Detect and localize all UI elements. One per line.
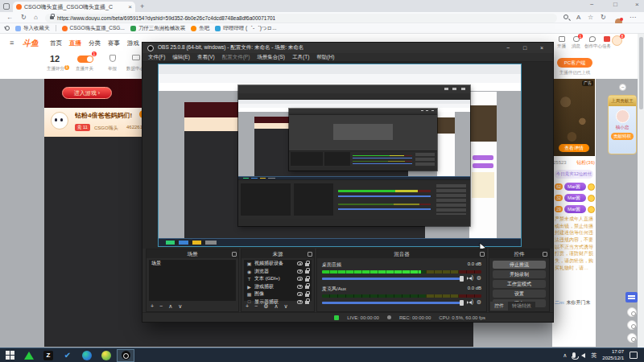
menu-scene-collection[interactable]: 场景集合(S)	[257, 54, 285, 61]
volume-icon[interactable]	[581, 353, 585, 358]
window-maximize-button[interactable]: □	[613, 1, 617, 8]
scene-down-button[interactable]: ∨	[178, 303, 182, 310]
game-ad-image[interactable]: 广告 查看详情	[553, 79, 595, 156]
vip-guests-banner[interactable]: 今日贵宾12位粉丝 >	[555, 170, 593, 179]
obs-minimize-button[interactable]: −	[502, 45, 514, 51]
speaker-icon[interactable]	[467, 275, 473, 282]
chat-settings-button[interactable]	[627, 320, 637, 330]
weekly-rank-card[interactable]: 上周贡献王 柚小恋 贡献特权	[608, 95, 637, 154]
scrollbar-thumb[interactable]	[639, 37, 643, 109]
remove-source-button[interactable]: −	[254, 303, 258, 309]
taskbar-edge[interactable]	[77, 348, 97, 362]
menu-edit[interactable]: 编辑(E)	[172, 54, 190, 61]
fans-tab[interactable]: 钻粉(36)	[576, 159, 595, 167]
source-row[interactable]: ◉ 浏览器	[244, 268, 312, 276]
back-icon[interactable]: ←	[6, 14, 13, 21]
source-row[interactable]: ▣ 视频捕获设备	[244, 260, 312, 268]
zoom-icon[interactable]	[564, 14, 568, 19]
source-properties-gear[interactable]: ⚙	[263, 303, 268, 310]
scene-item[interactable]: 场景	[151, 260, 233, 267]
mixer-dock-title[interactable]: 混音器	[317, 249, 486, 258]
source-down-button[interactable]: ∨	[284, 303, 288, 310]
sources-dock-title[interactable]: 来源	[242, 249, 314, 258]
fan-row[interactable]: 62 Mar酱	[555, 182, 595, 191]
menu-profile[interactable]: 配置文件(P)	[222, 54, 250, 61]
taskbar-obs[interactable]	[116, 348, 135, 362]
tab-search-icon[interactable]	[3, 3, 10, 10]
obs-maximize-button[interactable]: □	[518, 45, 531, 51]
visibility-eye-icon[interactable]	[297, 269, 303, 274]
streamer-avatar[interactable]	[51, 112, 68, 130]
tab-controls[interactable]: 控件	[490, 302, 508, 311]
collapse-rank-button[interactable]: −	[619, 84, 626, 91]
obs-title-bar[interactable]: OBS 25.0.8 (64-bit, windows) - 配置文件: 未命名…	[142, 43, 553, 53]
lock-icon[interactable]	[305, 294, 309, 297]
lock-icon[interactable]	[305, 270, 309, 274]
obs-close-button[interactable]: ×	[535, 45, 548, 51]
favorite-star-icon[interactable]: ☆	[588, 14, 593, 21]
report-shield-icon[interactable]	[109, 55, 116, 62]
lock-icon[interactable]	[305, 263, 309, 266]
window-minimize-button[interactable]: −	[590, 1, 594, 8]
browser-menu-icon[interactable]: ⋯	[630, 14, 636, 21]
menu-help[interactable]: 帮助(H)	[316, 54, 334, 61]
nav-live[interactable]: 直播	[69, 39, 81, 47]
bookmark-import[interactable]: 导入收藏夹	[15, 25, 50, 32]
refresh-icon[interactable]: ↻	[21, 14, 27, 21]
volume-slider[interactable]	[322, 302, 464, 304]
tab-transitions[interactable]: 转场特效	[508, 302, 535, 311]
menu-tools[interactable]: 工具(T)	[292, 54, 309, 61]
hamburger-icon[interactable]: ≡	[10, 39, 14, 47]
nav-home[interactable]: 首页	[50, 39, 62, 47]
lock-icon[interactable]	[305, 286, 309, 289]
douyu-logo[interactable]: 斗鱼	[23, 38, 39, 49]
scene-up-button[interactable]: ∧	[168, 303, 172, 310]
source-row[interactable]: T 文本 (GDI+)	[244, 275, 312, 283]
scenes-list[interactable]: 场景	[149, 260, 236, 301]
nav-games[interactable]: 游戏	[127, 39, 139, 47]
collections-icon[interactable]: ↻	[601, 14, 606, 21]
sidebar-icon[interactable]	[5, 26, 10, 31]
fan-row[interactable]: 32 Mar酱	[555, 193, 595, 203]
dock-popout-icon[interactable]	[480, 252, 485, 257]
lock-icon[interactable]	[305, 278, 309, 282]
chat-count[interactable]: 25523	[553, 160, 567, 165]
window-close-button[interactable]: ×	[635, 1, 639, 8]
dock-popout-icon[interactable]	[232, 252, 237, 257]
volume-slider[interactable]	[322, 278, 464, 280]
visibility-eye-icon[interactable]	[297, 261, 303, 265]
live-switch-toggle[interactable]	[77, 56, 93, 63]
settings-button[interactable]: 设置	[493, 290, 546, 298]
source-row[interactable]: ▶ 游戏捕获	[244, 283, 312, 291]
taskbar-app-z[interactable]: Z	[39, 348, 58, 362]
visibility-eye-icon[interactable]	[297, 277, 303, 281]
ad-detail-button[interactable]: 查看详情	[559, 144, 589, 152]
visibility-eye-icon[interactable]	[297, 292, 303, 296]
sources-list[interactable]: ▣ 视频捕获设备 ◉ 浏览器 T 文本 (GDI+)	[244, 260, 312, 301]
speaker-icon[interactable]	[467, 299, 473, 306]
scenes-dock-title[interactable]: 场景	[147, 249, 238, 258]
taskbar-app-check[interactable]: ✔	[58, 348, 77, 362]
chat-history-button[interactable]	[627, 307, 637, 317]
go-live-icon[interactable]	[559, 36, 565, 42]
menu-view[interactable]: 查看(V)	[197, 54, 215, 61]
studio-mode-button[interactable]: 工作室模式	[493, 280, 546, 288]
enter-game-button[interactable]: 进入游戏 ›	[62, 87, 112, 99]
nav-esports[interactable]: 赛事	[108, 39, 120, 47]
bookmark-knife[interactable]: 刀仔三角洲枪械改装	[130, 25, 186, 32]
dock-popout-icon[interactable]	[543, 252, 547, 257]
chat-widget-badge[interactable]	[625, 292, 638, 302]
visibility-eye-icon[interactable]	[297, 285, 303, 289]
remove-scene-button[interactable]: −	[159, 303, 163, 309]
fan-row[interactable]: 29 Mar酱	[555, 204, 595, 214]
streamer-name[interactable]: CSGO嗨头	[94, 125, 118, 132]
browser-tab[interactable]: CSGO嗨头直播_CSGO嗨头直播_C ×	[13, 2, 135, 12]
add-scene-button[interactable]: +	[151, 303, 154, 309]
channel-gear-icon[interactable]: ⚙	[477, 299, 481, 306]
chat-username[interactable]: 二m:	[555, 300, 565, 305]
bookmark-csgo[interactable]: CSGO嗨头直播_CSG...	[62, 25, 125, 32]
home-icon[interactable]: ⌂	[34, 14, 38, 21]
taskbar-app-green[interactable]	[19, 348, 39, 362]
nav-category[interactable]: 分类	[89, 39, 101, 47]
tasks-icon[interactable]	[604, 36, 610, 42]
